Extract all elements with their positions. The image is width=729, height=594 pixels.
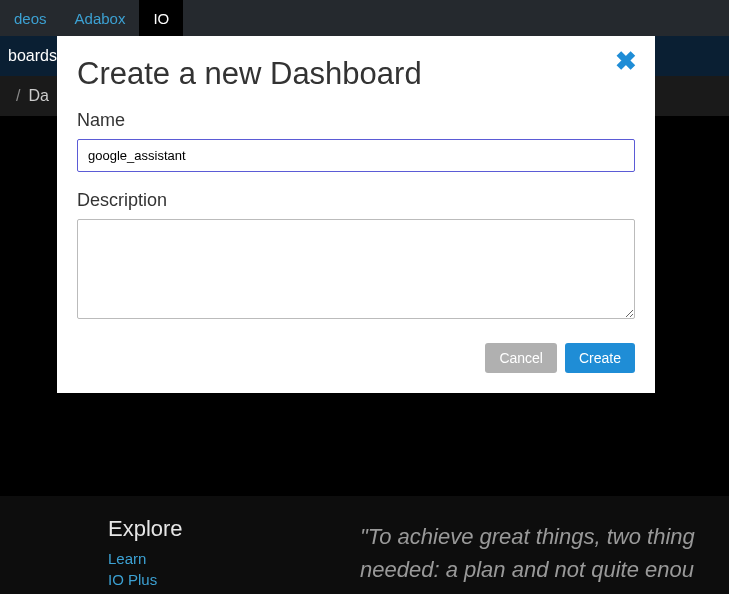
create-button[interactable]: Create [565,343,635,373]
nav-item-videos[interactable]: deos [0,0,61,36]
nav-item-adabox[interactable]: Adabox [61,0,140,36]
nav-item-io[interactable]: IO [139,0,183,36]
breadcrumb-current[interactable]: Da [28,87,48,105]
name-input[interactable] [77,139,635,172]
description-textarea[interactable] [77,219,635,319]
modal-title: Create a new Dashboard [77,56,635,92]
breadcrumb-separator: / [16,87,20,105]
close-icon[interactable]: ✖ [615,48,637,74]
sub-nav-item[interactable]: boards [8,47,57,65]
footer-quote: "To achieve great things, two thing need… [360,520,695,586]
cancel-button[interactable]: Cancel [485,343,557,373]
top-nav: deos Adabox IO [0,0,729,36]
modal-footer: Cancel Create [77,343,635,373]
name-label: Name [77,110,635,131]
create-dashboard-modal: ✖ Create a new Dashboard Name Descriptio… [57,36,655,393]
description-label: Description [77,190,635,211]
